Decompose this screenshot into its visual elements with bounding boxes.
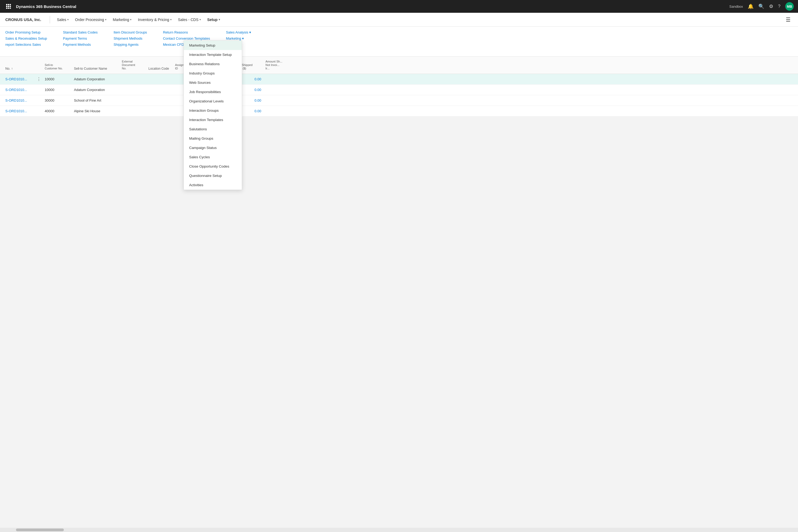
chevron-down-icon: ▾ (130, 18, 131, 21)
svg-rect-0 (6, 4, 7, 5)
link-standard-sales-codes[interactable]: Standard Sales Codes (63, 30, 98, 34)
mega-menu: Order Promising Setup Sales & Receivable… (0, 26, 798, 57)
notification-icon[interactable]: 🔔 (748, 3, 754, 9)
table-row[interactable]: S-ORD1010... 40000 Alpine Ski House 5/13… (0, 106, 798, 116)
link-shipping-agents[interactable]: Shipping Agents (114, 42, 147, 46)
mega-menu-col-2: Standard Sales Codes Payment Terms Payme… (63, 30, 98, 53)
top-bar: Dynamics 365 Business Central Sandbox 🔔 … (0, 0, 798, 13)
order-no[interactable]: S-ORD1010... (3, 109, 35, 113)
svg-rect-7 (8, 8, 9, 9)
chevron-down-icon: ▾ (105, 18, 107, 21)
help-icon[interactable]: ? (778, 4, 780, 9)
nav-inventory-pricing[interactable]: Inventory & Pricing ▾ (135, 17, 174, 23)
mega-menu-col-1: Order Promising Setup Sales & Receivable… (5, 30, 47, 53)
dropdown-item-interaction-groups[interactable]: Interaction Groups (184, 106, 242, 115)
dropdown-item-web-sources[interactable]: Web Sources (184, 78, 242, 87)
app-title: Dynamics 365 Business Central (16, 4, 729, 9)
customer-name: School of Fine Art (72, 98, 120, 102)
col-header-no[interactable]: No. ↑ (3, 66, 35, 72)
customer-name: Alpine Ski House (72, 109, 120, 113)
sell-to-no: 40000 (42, 109, 72, 113)
search-icon[interactable]: 🔍 (758, 3, 764, 9)
svg-rect-1 (8, 4, 9, 5)
col-header-customer-name[interactable]: Sell-to Customer Name (72, 66, 120, 72)
order-no[interactable]: S-ORD1010... (3, 77, 35, 81)
order-no[interactable]: S-ORD1010... (3, 98, 35, 102)
svg-rect-5 (10, 6, 11, 7)
svg-rect-2 (10, 4, 11, 5)
chevron-down-icon: ▾ (67, 18, 69, 21)
nav-order-processing[interactable]: Order Processing ▾ (72, 17, 109, 23)
order-no[interactable]: S-ORD1010... (3, 88, 35, 92)
link-sales-receivables-setup[interactable]: Sales & Receivables Setup (5, 36, 47, 40)
link-return-reasons[interactable]: Return Reasons (163, 30, 210, 34)
settings-icon[interactable]: ⚙ (769, 3, 773, 9)
customer-name: Adatum Corporation (72, 88, 120, 92)
dropdown-item-job-responsibilities[interactable]: Job Responsibilities (184, 87, 242, 97)
sell-to-no: 10000 (42, 88, 72, 92)
link-item-discount-groups[interactable]: Item Discount Groups (114, 30, 147, 34)
link-payment-terms[interactable]: Payment Terms (63, 36, 98, 40)
link-order-promising-setup[interactable]: Order Promising Setup (5, 30, 47, 34)
nav-marketing[interactable]: Marketing ▾ (110, 17, 134, 23)
nav-sales[interactable]: Sales ▾ (54, 17, 71, 23)
svg-rect-4 (8, 6, 9, 7)
sell-to-no: 10000 (42, 77, 72, 81)
dropdown-item-interaction-template-setup[interactable]: Interaction Template Setup (184, 50, 242, 59)
link-report-selections-sales[interactable]: report Selections Sales (5, 42, 47, 46)
dropdown-item-marketing-setup[interactable]: Marketing Setup (184, 41, 242, 50)
link-marketing[interactable]: Marketing ▾ (226, 36, 251, 40)
user-avatar[interactable]: MB (785, 2, 794, 11)
svg-rect-3 (6, 6, 7, 7)
marketing-dropdown: Marketing SetupInteraction Template Setu… (184, 40, 242, 116)
sandbox-label: Sandbox (729, 4, 743, 8)
company-name: CRONUS USA, Inc. (5, 17, 41, 22)
col-header-amount-not-inv[interactable]: Amount Sh...Not Invoi...Ir... (263, 59, 298, 72)
secondary-nav: CRONUS USA, Inc. Sales ▾ Order Processin… (0, 13, 798, 26)
dropdown-item-industry-groups[interactable]: Industry Groups (184, 69, 242, 78)
svg-rect-8 (10, 8, 11, 9)
col-header-ext-doc[interactable]: ExternalDocumentNo. (120, 59, 146, 72)
dropdown-item-interaction-templates[interactable]: Interaction Templates (184, 115, 242, 116)
row-context-menu[interactable]: ⋮ (35, 77, 42, 82)
link-payment-methods[interactable]: Payment Methods (63, 42, 98, 46)
nav-hamburger-icon[interactable]: ☰ (784, 15, 793, 24)
nav-sales-cds[interactable]: Sales - CDS ▾ (175, 17, 204, 23)
link-contact-conversion-templates[interactable]: Contact Conversion Templates (163, 36, 210, 40)
waffle-icon[interactable] (4, 2, 13, 11)
dropdown-item-organizational-levels[interactable]: Organizational Levels (184, 97, 242, 106)
table-row[interactable]: S-ORD1010... 30000 School of Fine Art 4/… (0, 95, 798, 106)
chevron-down-icon: ▾ (170, 18, 172, 21)
dropdown-item-business-relations[interactable]: Business Relations (184, 59, 242, 69)
chevron-down-icon: ▾ (218, 18, 220, 21)
mega-menu-col-3: Item Discount Groups Shipment Methods Sh… (114, 30, 147, 53)
table-header: No. ↑ Sell-toCustomer No. Sell-to Custom… (0, 57, 798, 74)
orders-table: No. ↑ Sell-toCustomer No. Sell-to Custom… (0, 57, 798, 116)
link-shipment-methods[interactable]: Shipment Methods (114, 36, 147, 40)
table-row[interactable]: S-ORD1010... 10000 Adatum Corporation 5/… (0, 84, 798, 95)
col-header-sell-to-no[interactable]: Sell-toCustomer No. (42, 62, 72, 71)
col-header-actions (35, 70, 42, 72)
customer-name: Adatum Corporation (72, 77, 120, 81)
sell-to-no: 30000 (42, 98, 72, 102)
link-sales-analysis[interactable]: Sales Analysis ▾ (226, 30, 251, 34)
chevron-down-icon: ▾ (200, 18, 201, 21)
nav-setup[interactable]: Setup ▾ (205, 17, 223, 23)
col-header-loc-code[interactable]: Location Code (146, 66, 173, 72)
table-row[interactable]: S-ORD1010... ⋮ 10000 Adatum Corporation … (0, 74, 798, 84)
svg-rect-6 (6, 8, 7, 9)
top-bar-actions: Sandbox 🔔 🔍 ⚙ ? MB (729, 2, 794, 11)
